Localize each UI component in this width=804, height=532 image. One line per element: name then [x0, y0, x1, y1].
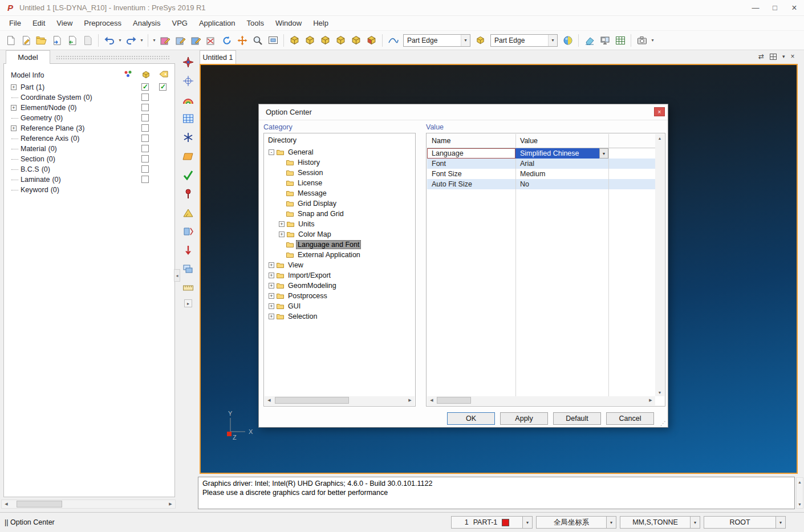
redo-dropdown-icon[interactable]: ▾ [139, 38, 144, 43]
tab-list-icon[interactable]: ▾ [782, 54, 785, 59]
tree-item-element-node[interactable]: + Element/Node (0) [4, 103, 174, 113]
tree-node-external-application[interactable]: External Application [264, 250, 415, 260]
toolbar-overflow-icon[interactable]: ▾ [650, 38, 655, 43]
camera-icon[interactable] [635, 33, 649, 47]
checkbox-model[interactable] [141, 145, 149, 152]
open-folder-icon[interactable] [34, 33, 48, 47]
chevron-down-icon[interactable]: ▾ [691, 516, 700, 529]
export-file-icon[interactable] [65, 33, 79, 47]
toolbar-collapse-icon[interactable]: ▸ [184, 299, 192, 307]
chevron-down-icon[interactable]: ▾ [599, 148, 608, 159]
checkbox-model[interactable]: ✓ [141, 83, 149, 91]
front-view-icon[interactable] [303, 33, 317, 47]
checkbox-model[interactable] [141, 176, 149, 183]
tree-node-color-map[interactable]: + Color Map [264, 229, 415, 239]
root-selector[interactable]: ROOT ▾ [704, 516, 786, 529]
tree-node-selection[interactable]: + Selection [264, 311, 415, 322]
new-file-icon[interactable] [3, 33, 18, 47]
scroll-right-icon[interactable]: ▶ [166, 500, 175, 508]
scrollbar-thumb[interactable] [275, 397, 349, 404]
header-value[interactable]: Value [515, 137, 608, 145]
top-view-icon[interactable] [318, 33, 332, 47]
tree-item-section[interactable]: Section (0) [4, 154, 174, 164]
expander-icon[interactable]: + [269, 314, 274, 319]
value-hscrollbar[interactable]: ◀ ▶ [427, 396, 655, 405]
part-color-swatch[interactable] [502, 519, 509, 526]
checkbox-model[interactable] [141, 135, 149, 142]
layers-icon[interactable] [181, 262, 196, 276]
back-view-icon[interactable] [349, 33, 363, 47]
ruler-units-icon[interactable] [181, 281, 196, 295]
annotation-tag-icon[interactable] [159, 70, 168, 78]
cell-value[interactable]: Arial [515, 159, 608, 169]
scrollbar-thumb[interactable] [437, 397, 471, 404]
contour-rainbow-icon[interactable] [181, 92, 196, 107]
modify-entity-icon[interactable] [189, 33, 203, 47]
tree-node-gui[interactable]: + GUI [264, 301, 415, 311]
menu-tools[interactable]: Tools [241, 17, 270, 30]
tree-node-grid-display[interactable]: Grid Display [264, 198, 415, 209]
left-panel-hscrollbar[interactable]: ◀ ▶ [1, 499, 176, 509]
side-view-icon[interactable] [334, 33, 348, 47]
scroll-left-icon[interactable]: ◀ [265, 396, 274, 404]
header-name[interactable]: Name [427, 137, 515, 145]
menu-application[interactable]: Application [193, 17, 241, 30]
coordinate-system-selector[interactable]: 全局坐标系 ▾ [536, 516, 616, 529]
menu-preprocess[interactable]: Preprocess [78, 17, 127, 30]
scroll-down-icon[interactable]: ▼ [655, 388, 664, 396]
scroll-right-icon[interactable]: ▶ [646, 396, 655, 404]
cell-value[interactable]: Medium [515, 169, 608, 179]
tree-item-material[interactable]: Material (0) [4, 144, 174, 154]
swap-view-icon[interactable]: ⇄ [758, 52, 764, 60]
edit-file-icon[interactable] [19, 33, 33, 47]
constraint-pin-icon[interactable] [181, 186, 196, 201]
mesh-grid-icon[interactable] [181, 111, 196, 125]
scroll-right-icon[interactable]: ▶ [405, 396, 415, 404]
scroll-left-icon[interactable]: ◀ [2, 500, 11, 508]
tree-item-keyword[interactable]: Keyword (0) [4, 185, 174, 195]
entity-display-icon[interactable] [473, 33, 488, 47]
tree-node-units[interactable]: + Units [264, 219, 415, 229]
redo-icon[interactable] [124, 33, 138, 47]
verify-check-icon[interactable] [181, 168, 196, 182]
checkbox-model[interactable] [141, 114, 149, 121]
cell-name[interactable]: Font [427, 159, 515, 169]
tree-node-license[interactable]: License [264, 178, 415, 188]
tree-item-reference-axis[interactable]: Reference Axis (0) [4, 133, 174, 144]
value-vscrollbar[interactable]: ▲ ▼ [655, 134, 664, 396]
checkbox-model[interactable] [141, 94, 149, 101]
tree-node-snap-and-grid[interactable]: Snap and Grid [264, 209, 415, 219]
tree-node-view[interactable]: + View [264, 260, 415, 270]
eraser-icon[interactable] [582, 33, 596, 47]
render-mode-select[interactable]: Part Edge ▾ [490, 34, 558, 47]
part-selector[interactable]: 1 PART-1 ▾ [451, 516, 533, 529]
apply-button[interactable]: Apply [500, 412, 548, 425]
datum-axis-icon[interactable] [181, 55, 196, 69]
tree-node-message[interactable]: Message [264, 188, 415, 198]
pan-icon[interactable] [235, 33, 249, 47]
chevron-down-icon[interactable]: ▾ [461, 35, 470, 46]
chevron-down-icon[interactable]: ▾ [523, 516, 533, 529]
table-row-language[interactable]: Language Simplified Chinese ▾ [427, 148, 655, 159]
message-log[interactable]: Graphics driver: Intel; Intel(R) UHD Gra… [198, 477, 795, 509]
expander-icon[interactable]: + [269, 303, 274, 309]
expander-icon[interactable]: + [11, 84, 17, 90]
model-column-icon[interactable] [141, 70, 151, 79]
tree-item-part[interactable]: + Part (1) ✓ ✓ [4, 82, 174, 92]
menu-view[interactable]: View [51, 17, 78, 30]
import-arrow-icon[interactable] [181, 243, 196, 257]
tree-node-general[interactable]: - General [264, 147, 415, 157]
menu-edit[interactable]: Edit [27, 17, 51, 30]
panel-drag-handle[interactable] [56, 55, 170, 60]
tree-item-geometry[interactable]: Geometry (0) [4, 113, 174, 123]
table-icon[interactable] [613, 33, 627, 47]
tree-node-import-export[interactable]: + Import/Export [264, 270, 415, 281]
tab-model[interactable]: Model [6, 50, 50, 64]
display-settings-icon[interactable] [598, 33, 612, 47]
scroll-left-icon[interactable]: ◀ [427, 396, 436, 404]
expander-icon[interactable]: - [269, 149, 274, 155]
expander-icon[interactable]: + [269, 293, 274, 299]
color-dots-icon[interactable] [124, 70, 133, 78]
tree-hscrollbar[interactable]: ◀ ▶ [265, 396, 415, 405]
cell-name[interactable]: Auto Fit Size [427, 179, 515, 189]
